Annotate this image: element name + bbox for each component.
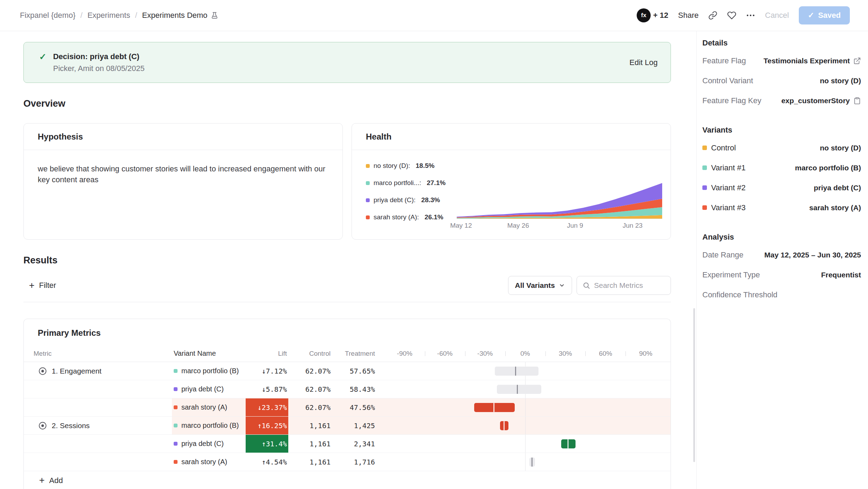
zero-gridline xyxy=(525,435,526,453)
health-card-body: no story (D): 18.5% marco portfoli...: 2… xyxy=(352,150,671,230)
page-title: Experiments Demo xyxy=(142,11,208,20)
metric-row[interactable]: 1. Engagement marco portfolio (B) ↓7.12%… xyxy=(24,362,671,380)
variant-label: Variant #1 xyxy=(711,163,746,172)
legend-swatch xyxy=(366,215,370,219)
collaborator-count[interactable]: + 12 xyxy=(653,11,668,20)
details-sidebar: Details Feature Flag Testimonials Experi… xyxy=(696,31,868,489)
lift-chip-negative: ↓23.37% xyxy=(246,398,288,416)
feature-flag-value[interactable]: Testimonials Experiment xyxy=(764,57,850,65)
legend-value: 27.1% xyxy=(427,179,446,187)
target-icon xyxy=(38,367,47,376)
variant-cell: sarah story (A) xyxy=(172,458,246,466)
legend-label: no story (D): xyxy=(374,162,410,170)
zero-gridline xyxy=(525,398,526,416)
control-value: 1,161 xyxy=(310,440,331,448)
cancel-button[interactable]: Cancel xyxy=(765,11,789,20)
date-range-value: May 12, 2025 – Jun 30, 2025 xyxy=(764,251,861,259)
check-icon: ✓ xyxy=(39,52,46,62)
feature-flag-key-value: exp_customerStory xyxy=(781,97,850,105)
overview-cards: Hypothesis we believe that showing custo… xyxy=(23,123,671,240)
analysis-label: Confidence Threshold xyxy=(702,290,777,299)
column-header-variant: Variant Name xyxy=(172,349,246,357)
axis-minor-tick xyxy=(625,351,626,356)
variant-swatch xyxy=(174,387,178,391)
variant-cell: sarah story (A) xyxy=(172,403,246,411)
primary-metrics-card: Primary Metrics Metric Variant Name Lift… xyxy=(23,319,671,489)
share-button[interactable]: Share xyxy=(678,11,699,20)
more-options-icon[interactable] xyxy=(746,11,755,20)
external-link-icon[interactable] xyxy=(853,57,861,65)
column-header-control: Control xyxy=(288,345,331,362)
breadcrumb-current: Experiments Demo xyxy=(142,11,218,20)
x-axis-tick: May 26 xyxy=(507,222,529,229)
metric-row[interactable]: 2. Sessions marco portfolio (B) ↑16.25% … xyxy=(24,417,671,435)
control-value: 1,161 xyxy=(310,458,331,466)
plus-icon: + xyxy=(29,281,35,290)
analysis-label: Date Range xyxy=(702,250,743,260)
variant-name: sarah story (A) xyxy=(181,403,227,411)
legend-value: 26.1% xyxy=(425,213,443,221)
axis-minor-tick xyxy=(425,351,425,356)
legend-value: 18.5% xyxy=(416,162,435,170)
legend-swatch xyxy=(366,164,370,168)
confidence-interval-cell xyxy=(375,453,671,471)
health-legend: no story (D): 18.5% marco portfoli...: 2… xyxy=(366,157,450,230)
variant-filter-dropdown[interactable]: All Variants xyxy=(508,276,572,295)
avatar[interactable]: fx xyxy=(637,8,651,22)
breadcrumb-root[interactable]: Fixpanel {demo} xyxy=(20,11,75,20)
primary-metrics-title: Primary Metrics xyxy=(24,319,671,345)
zero-gridline xyxy=(525,453,526,471)
variants-heading: Variants xyxy=(702,122,861,138)
decision-subtitle: Picker, Amit on 08/05/2025 xyxy=(53,64,145,73)
metric-row[interactable]: sarah story (A) ↑4.54% 1,161 1,716 xyxy=(24,453,671,471)
confidence-interval-bar xyxy=(495,367,538,376)
confidence-interval-bar xyxy=(500,421,508,430)
add-filter-button[interactable]: + Filter xyxy=(29,281,56,290)
clipboard-icon[interactable] xyxy=(853,97,861,105)
link-icon[interactable] xyxy=(708,11,717,20)
axis-label: 60% xyxy=(599,350,612,357)
experiment-type-value: Frequentist xyxy=(821,271,861,279)
decision-text: Decision: priya debt (C) Picker, Amit on… xyxy=(53,52,145,73)
variant-row: Variant #1 marco portfolio (B) xyxy=(702,158,861,178)
metric-cell: 2. Sessions xyxy=(24,417,172,434)
variant-cell: priya debt (C) xyxy=(172,440,246,448)
point-estimate-tick xyxy=(567,439,569,448)
saved-button[interactable]: ✓ Saved xyxy=(799,6,850,24)
edit-log-button[interactable]: Edit Log xyxy=(629,58,658,67)
hypothesis-card: Hypothesis we believe that showing custo… xyxy=(23,123,343,240)
metric-name: 2. Sessions xyxy=(52,421,90,430)
treatment-value: 58.43% xyxy=(350,385,375,394)
variant-value: no story (D) xyxy=(820,144,861,152)
metric-cell xyxy=(24,435,172,453)
lift-chip-negative: ↑16.25% xyxy=(246,417,288,434)
heart-icon[interactable] xyxy=(727,11,736,20)
table-header: Metric Variant Name Lift Control Treatme… xyxy=(24,345,671,362)
variant-name: sarah story (A) xyxy=(181,458,227,466)
lift-chip-positive: ↑31.4% xyxy=(246,435,288,453)
confidence-interval-cell xyxy=(375,417,671,434)
breadcrumb-experiments[interactable]: Experiments xyxy=(87,11,130,20)
variant-swatch xyxy=(702,205,707,210)
metric-cell xyxy=(24,380,172,398)
metric-row[interactable]: sarah story (A) ↓23.37% 62.07% 47.56% xyxy=(24,398,671,417)
axis-minor-tick xyxy=(585,351,586,356)
metric-row[interactable]: priya debt (C) ↓5.87% 62.07% 58.43% xyxy=(24,380,671,398)
legend-label: sarah story (A): xyxy=(374,213,419,221)
health-area-chart: May 12May 26Jun 9Jun 23 xyxy=(457,157,662,230)
topbar: Fixpanel {demo} / Experiments / Experime… xyxy=(0,0,868,31)
variant-swatch xyxy=(174,424,178,427)
check-icon: ✓ xyxy=(808,11,814,20)
metric-row[interactable]: priya debt (C) ↑31.4% 1,161 2,341 xyxy=(24,435,671,453)
add-button-label: Add xyxy=(49,476,63,485)
add-metric-button[interactable]: + Add xyxy=(24,471,671,489)
search-icon xyxy=(583,282,590,289)
analysis-row-experiment-type: Experiment Type Frequentist xyxy=(702,265,861,285)
scrollbar-thumb[interactable] xyxy=(693,308,695,462)
search-metrics-input[interactable] xyxy=(594,281,665,290)
axis-label: -60% xyxy=(437,350,453,357)
treatment-value: 2,341 xyxy=(354,440,375,448)
hypothesis-text: we believe that showing customer stories… xyxy=(24,150,342,198)
health-card: Health no story (D): 18.5% marco portfol… xyxy=(352,123,671,240)
variant-value: priya debt (C) xyxy=(814,184,861,192)
